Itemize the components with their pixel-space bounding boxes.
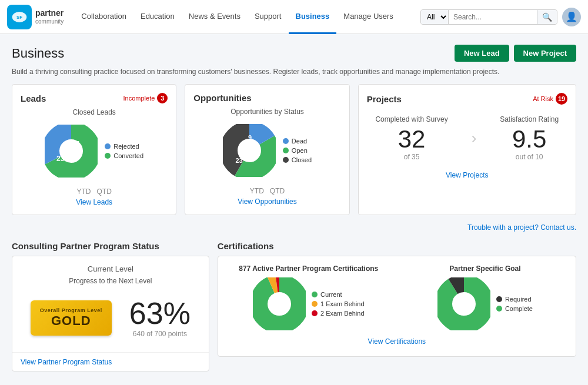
leads-pie-chart: 11 23 — [45, 125, 98, 179]
nav-news-events[interactable]: News & Events — [182, 0, 248, 34]
closed-leads-title: Closed Leads — [21, 108, 168, 116]
projects-card: Projects At Risk 19 Completed with Surve… — [358, 84, 576, 215]
page-header: Business New Lead New Project — [12, 45, 576, 62]
goal-cert-label: Partner Specific Goal — [449, 265, 520, 273]
completed-stat: Completed with Survey 32 of 35 — [375, 115, 447, 161]
trouble-link[interactable]: Trouble with a project? Contact us. — [467, 223, 576, 232]
view-projects-link[interactable]: View Projects — [446, 171, 488, 179]
salesforce-logo: SF — [7, 5, 32, 29]
leads-qtd[interactable]: QTD — [96, 188, 111, 196]
top-section-row: Leads Incomplete 3 Closed Leads — [12, 84, 576, 215]
open-dot — [283, 148, 289, 153]
opportunities-legend: Dead Open Closed — [283, 138, 312, 166]
bottom-section: Consulting Partner Program Status Curren… — [12, 241, 576, 371]
1exam-dot — [312, 301, 318, 307]
svg-text:SF: SF — [16, 15, 22, 20]
legend-open: Open — [283, 147, 312, 154]
view-projects-wrap: View Projects — [367, 170, 567, 179]
partner-card-inner: Current Level Progress to the Next Level… — [12, 256, 209, 352]
projects-stats: Completed with Survey 32 of 35 › Satisfa… — [367, 109, 567, 167]
completed-number: 32 — [375, 127, 447, 152]
leads-legend: Rejected Converted — [105, 143, 143, 162]
active-cert-wrap: 877 Active Partner Program Certification… — [226, 265, 391, 332]
complete-dot — [496, 306, 502, 312]
projects-atrisk-count: 19 — [556, 93, 567, 105]
rating-label: Satisfaction Rating — [500, 115, 559, 125]
logo-area[interactable]: SF partner community — [7, 5, 64, 29]
leads-label: Leads — [21, 93, 46, 103]
active-cert-label: 877 Active Partner Program Certification… — [239, 265, 378, 273]
opp-open-num: 23 — [250, 146, 258, 153]
gold-badge: Overall Program Level GOLD — [31, 300, 112, 336]
rejected-dot — [105, 143, 111, 149]
cert-1exam-legend: 1 Exam Behind — [312, 300, 365, 307]
closed-dot — [283, 157, 289, 163]
user-avatar[interactable]: 👤 — [562, 8, 581, 26]
certifications-card: 877 Active Partner Program Certification… — [218, 256, 576, 357]
view-partner-status-link[interactable]: View Partner Program Status — [21, 358, 112, 366]
new-lead-button[interactable]: New Lead — [455, 45, 509, 62]
converted-dot — [105, 153, 111, 159]
active-cert-pie: 777 — [253, 277, 306, 332]
gold-badge-sub: Overall Program Level — [40, 307, 102, 313]
leads-period-toggle: YTD QTD — [76, 188, 111, 196]
nav-education[interactable]: Education — [133, 0, 182, 34]
rating-sub: out of 10 — [500, 153, 559, 161]
completed-label: Completed with Survey — [375, 115, 447, 125]
leads-chart-area: 11 23 Rejected Converted — [21, 120, 168, 184]
partner-footer: View Partner Program Status — [12, 352, 209, 371]
required-dot — [496, 296, 502, 302]
gold-badge-main: GOLD — [40, 313, 102, 329]
cert-footer: View Certifications — [226, 332, 567, 348]
search-bar: All 🔍 — [420, 9, 557, 25]
nav-links: Collaboration Education News & Events Su… — [74, 0, 420, 34]
certifications-section: Certifications 877 Active Partner Progra… — [218, 241, 576, 371]
partner-status-card: Current Level Progress to the Next Level… — [12, 256, 209, 371]
opportunities-chart-area: 9 23 23 Dead Open Closed — [193, 119, 340, 183]
search-input[interactable] — [449, 11, 537, 24]
cert-required-legend: Required — [496, 296, 533, 303]
view-leads-link[interactable]: View Leads — [76, 198, 112, 206]
dead-dot — [283, 138, 289, 144]
opp-ytd[interactable]: YTD — [250, 187, 264, 195]
view-opportunities-link[interactable]: View Opportunities — [238, 197, 297, 206]
completed-sub: of 35 — [375, 153, 447, 161]
opportunities-pie-chart: 9 23 23 — [223, 124, 276, 179]
opp-qtd[interactable]: QTD — [270, 187, 285, 195]
leads-header: Leads Incomplete 3 — [21, 93, 168, 103]
view-certifications-link[interactable]: View Certifications — [368, 337, 426, 346]
search-scope-select[interactable]: All — [421, 10, 449, 24]
nav-right: All 🔍 👤 — [420, 8, 581, 26]
new-project-button[interactable]: New Project — [514, 45, 576, 62]
goal-cert-pie-row: 378 Required Complete — [437, 277, 533, 332]
nav-business[interactable]: Business — [289, 0, 337, 34]
active-cert-legend: Current 1 Exam Behind 2 Exam Behind — [312, 291, 365, 319]
search-button[interactable]: 🔍 — [537, 10, 557, 24]
top-navigation: SF partner community Collaboration Educa… — [0, 0, 588, 34]
progress-points: 640 of 700 points — [129, 330, 191, 338]
opportunities-header: Opportunities — [193, 93, 340, 103]
active-cert-pie-row: 777 Current 1 Exam Behind — [253, 277, 365, 332]
leads-ytd[interactable]: YTD — [76, 188, 91, 196]
rating-number: 9.5 — [500, 127, 559, 152]
nav-collaboration[interactable]: Collaboration — [74, 0, 133, 34]
nav-support[interactable]: Support — [248, 0, 289, 34]
partner-community-text: partner community — [35, 8, 64, 25]
leads-card: Leads Incomplete 3 Closed Leads — [12, 84, 176, 215]
nav-manage-users[interactable]: Manage Users — [336, 0, 400, 34]
page-description: Build a thriving consulting practice foc… — [12, 68, 576, 76]
projects-header: Projects At Risk 19 — [367, 93, 567, 105]
trouble-row: Trouble with a project? Contact us. — [12, 223, 576, 232]
goal-cert-wrap: Partner Specific Goal 378 — [403, 265, 567, 332]
progress-percent: 63% — [129, 298, 191, 329]
opp-links: YTD QTD View Opportunities — [193, 187, 340, 206]
opp-period-toggle: YTD QTD — [250, 187, 285, 195]
current-level-label: Current Level — [21, 265, 201, 273]
legend-rejected: Rejected — [105, 143, 143, 150]
legend-converted: Converted — [105, 152, 143, 159]
progress-label: Progress to the Next Level — [21, 277, 201, 285]
leads-rejected-num: 11 — [72, 140, 80, 148]
projects-label: Projects — [367, 94, 402, 104]
leads-converted-num: 23 — [56, 155, 64, 163]
2exam-dot — [312, 310, 318, 316]
